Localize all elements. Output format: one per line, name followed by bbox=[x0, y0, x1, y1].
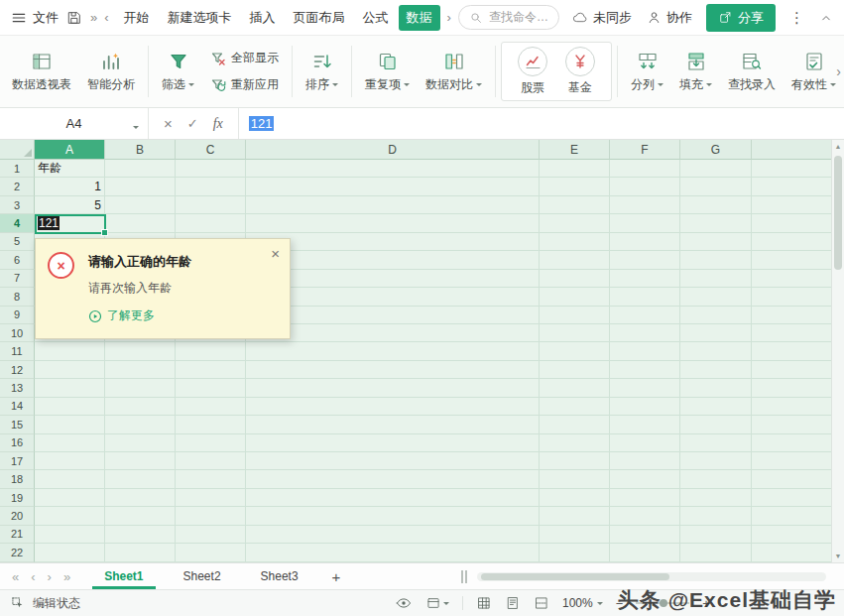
cell-g6[interactable] bbox=[680, 251, 752, 269]
cell-f1[interactable] bbox=[610, 160, 680, 178]
cell-d16[interactable] bbox=[246, 434, 540, 452]
cell-a3[interactable]: 5 bbox=[35, 196, 105, 214]
cell-d13[interactable] bbox=[246, 379, 540, 397]
cell-f17[interactable] bbox=[610, 452, 680, 470]
ribbon-button-pivot[interactable]: 数据透视表 bbox=[4, 38, 79, 105]
cell-d2[interactable] bbox=[246, 178, 540, 195]
first-sheet-icon[interactable]: « bbox=[6, 570, 25, 583]
row-header-6[interactable]: 6 bbox=[0, 251, 35, 269]
cell-g13[interactable] bbox=[680, 379, 752, 397]
cell-a17[interactable] bbox=[35, 452, 105, 470]
cell-c21[interactable] bbox=[176, 526, 246, 544]
ribbon-button-stock[interactable]: 股票 bbox=[518, 47, 547, 96]
cell-f8[interactable] bbox=[610, 288, 680, 306]
cell-f5[interactable] bbox=[610, 233, 680, 251]
cell-e14[interactable] bbox=[540, 398, 610, 416]
cell-d4[interactable] bbox=[246, 214, 540, 232]
cell-b17[interactable] bbox=[105, 452, 176, 470]
quick-access-more-icon[interactable]: » bbox=[90, 11, 97, 24]
page-layout-view-icon[interactable] bbox=[505, 595, 521, 611]
menu-tab-1[interactable]: 开始 bbox=[116, 5, 158, 31]
cell-b15[interactable] bbox=[105, 416, 176, 433]
row-header-15[interactable]: 15 bbox=[0, 416, 35, 433]
horizontal-scroll-thumb[interactable] bbox=[481, 573, 669, 580]
cell-g18[interactable] bbox=[680, 470, 752, 488]
column-header-c[interactable]: C bbox=[176, 140, 246, 160]
row-header-4[interactable]: 4 bbox=[0, 214, 35, 232]
row-header-18[interactable]: 18 bbox=[0, 470, 35, 488]
cell-b12[interactable] bbox=[105, 361, 176, 379]
row-header-17[interactable]: 17 bbox=[0, 452, 35, 470]
ribbon-expand-icon[interactable]: › bbox=[836, 63, 841, 79]
cell-c3[interactable] bbox=[176, 196, 246, 214]
cell-c16[interactable] bbox=[176, 434, 246, 452]
ribbon-button-sort[interactable]: 排序 bbox=[298, 38, 346, 105]
cell-b1[interactable] bbox=[105, 160, 176, 178]
cell-d18[interactable] bbox=[246, 470, 540, 488]
cell-b11[interactable] bbox=[105, 342, 176, 360]
row-header-7[interactable]: 7 bbox=[0, 270, 35, 288]
ribbon-button-fill[interactable]: 填充 bbox=[671, 38, 720, 105]
tab-scroll-right-icon[interactable]: › bbox=[447, 11, 451, 24]
cell-b4[interactable] bbox=[105, 214, 176, 232]
vertical-scroll-thumb[interactable] bbox=[834, 156, 842, 270]
scroll-down-icon[interactable]: ▼ bbox=[832, 550, 844, 562]
row-header-13[interactable]: 13 bbox=[0, 379, 35, 397]
cell-f3[interactable] bbox=[610, 196, 680, 214]
cell-a15[interactable] bbox=[35, 416, 105, 433]
cell-b16[interactable] bbox=[105, 434, 176, 452]
confirm-entry-icon[interactable]: ✓ bbox=[187, 117, 198, 130]
column-header-f[interactable]: F bbox=[610, 140, 680, 160]
file-menu[interactable]: 文件 bbox=[10, 9, 59, 27]
cell-g3[interactable] bbox=[680, 196, 752, 214]
row-header-14[interactable]: 14 bbox=[0, 398, 35, 416]
cell-c13[interactable] bbox=[176, 379, 246, 397]
cell-d1[interactable] bbox=[246, 160, 540, 178]
cell-c12[interactable] bbox=[176, 361, 246, 379]
cell-f20[interactable] bbox=[610, 507, 680, 525]
cell-f21[interactable] bbox=[610, 526, 680, 544]
ribbon-button-compare[interactable]: 数据对比 bbox=[418, 38, 490, 105]
last-sheet-icon[interactable]: » bbox=[58, 570, 76, 583]
tab-scroll-left-icon[interactable]: ‹ bbox=[104, 11, 108, 24]
menu-tab-5[interactable]: 公式 bbox=[355, 5, 397, 31]
scroll-up-icon[interactable]: ▲ bbox=[832, 140, 844, 153]
row-header-22[interactable]: 22 bbox=[0, 544, 35, 561]
formula-input[interactable]: 121 bbox=[239, 108, 844, 139]
cell-a16[interactable] bbox=[35, 434, 105, 452]
cell-b3[interactable] bbox=[105, 196, 176, 214]
cell-g14[interactable] bbox=[680, 398, 752, 416]
cell-f11[interactable] bbox=[610, 342, 680, 360]
cell-e5[interactable] bbox=[540, 233, 610, 251]
horizontal-scrollbar[interactable] bbox=[477, 572, 826, 581]
cell-c1[interactable] bbox=[176, 160, 246, 178]
cell-c4[interactable] bbox=[176, 214, 246, 232]
collaborate-button[interactable]: 协作 bbox=[646, 9, 692, 27]
learn-more-link[interactable]: 了解更多 bbox=[88, 308, 155, 324]
cell-e15[interactable] bbox=[540, 416, 610, 433]
tab-scroll-splitter[interactable] bbox=[461, 570, 467, 583]
column-header-g[interactable]: G bbox=[680, 140, 752, 160]
next-sheet-icon[interactable]: › bbox=[42, 570, 58, 583]
cell-f9[interactable] bbox=[610, 307, 680, 324]
cell-g12[interactable] bbox=[680, 361, 752, 379]
menu-tab-4[interactable]: 页面布局 bbox=[286, 5, 353, 31]
cell-b20[interactable] bbox=[105, 507, 176, 525]
zoom-control[interactable]: 100% bbox=[562, 596, 603, 610]
cell-f19[interactable] bbox=[610, 489, 680, 507]
cell-g19[interactable] bbox=[680, 489, 752, 507]
cell-f14[interactable] bbox=[610, 398, 680, 416]
cell-c11[interactable] bbox=[176, 342, 246, 360]
cell-e11[interactable] bbox=[540, 342, 610, 360]
cell-g8[interactable] bbox=[680, 288, 752, 306]
cell-e21[interactable] bbox=[540, 526, 610, 544]
cell-e13[interactable] bbox=[540, 379, 610, 397]
insert-function-icon[interactable]: fx bbox=[213, 116, 223, 132]
cell-b13[interactable] bbox=[105, 379, 176, 397]
ribbon-button-split[interactable]: 分列 bbox=[623, 38, 671, 105]
menu-tab-6[interactable]: 数据 bbox=[399, 5, 440, 31]
cell-d11[interactable] bbox=[246, 342, 540, 360]
select-all-corner[interactable] bbox=[0, 140, 35, 160]
cell-e10[interactable] bbox=[540, 324, 610, 342]
cell-g2[interactable] bbox=[680, 178, 752, 195]
